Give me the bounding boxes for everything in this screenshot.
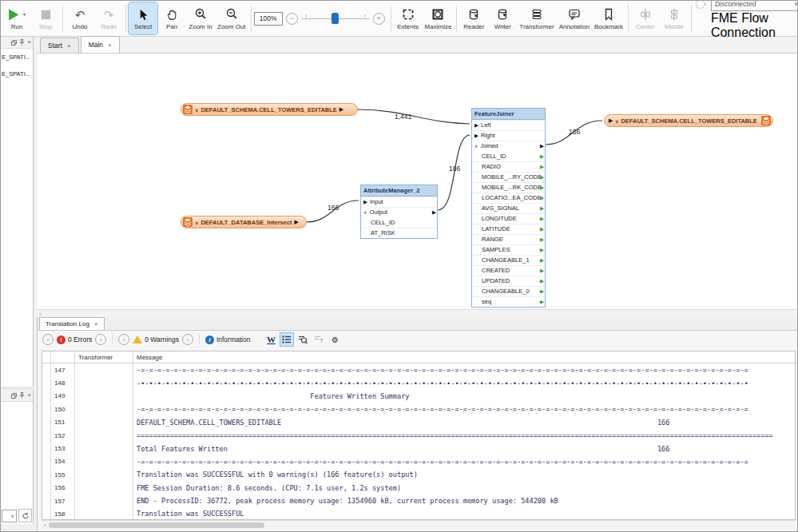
zoom-in-button[interactable]: Zoom In [186,2,215,34]
refresh-button[interactable] [18,509,32,522]
prev-warning-button[interactable]: ‹ [118,334,129,345]
float-panel-icon[interactable] [11,40,17,46]
information-badge[interactable]: i Information [205,335,251,344]
transformer-column-header[interactable]: Transformer [75,351,133,363]
log-row[interactable]: 155 Translation was SUCCESSFUL with 0 wa… [42,468,795,481]
node-title[interactable]: FeatureJoiner [472,109,545,120]
zoom-minus-button[interactable]: − [286,13,298,25]
select-tool-button[interactable]: Select [129,2,157,34]
scroll-left-arrow[interactable]: ‹ [42,522,49,529]
output-port-icon[interactable]: ▶ [540,141,544,151]
log-row[interactable]: 151 DEFAULT_SCHEMA.CELL_TOWERS_EDITABLE … [42,416,795,429]
run-button[interactable]: ▼ Run [2,2,31,34]
attribute-row[interactable]: RADIO ▶ [472,161,545,172]
tab-main[interactable]: Main × [81,36,120,53]
reader-node-database-intersect[interactable]: ∨ DEFAULT_DATABASE_Intersect ▶ [181,216,307,228]
attribute-row[interactable]: LONGITUDE ▶ [472,213,545,224]
pin-panel-icon[interactable] [19,392,25,399]
attribute-port-icon[interactable]: ▶ [540,162,544,172]
log-row[interactable]: 154 -=-=-=-=-=-=-=-=-=-=-=-=-=-=-=-=-=-=… [42,455,795,468]
zoom-out-button[interactable]: Zoom Out [215,2,248,34]
log-row[interactable]: 156 FME Session Duration: 8.6 seconds. (… [42,482,795,494]
log-row[interactable]: 152 ====================================… [42,429,795,442]
attribute-row[interactable]: AVG_SIGNAL ▶ [472,203,545,213]
log-view-button[interactable] [280,333,293,346]
extents-button[interactable]: Extents [394,2,423,34]
output-port-row[interactable]: ∧ Output ▶ [361,207,437,217]
attribute-port-icon[interactable]: ▶ [540,276,544,286]
collapse-caret-icon[interactable]: ∧ [363,208,367,217]
input-port-icon[interactable]: ▶ [609,117,613,124]
attribute-row[interactable]: MOBILE_...RY_CODE ▶ [472,172,545,182]
log-row[interactable]: 150 -=-=-=-=-=-=-=-=-=-=-=-=-=-=-=-=-=-=… [42,403,795,415]
node-title[interactable]: AttributeManager_2 [361,185,437,197]
next-error-button[interactable]: › [95,334,106,345]
input-port-icon[interactable]: ▶ [474,131,478,141]
collapse-caret-icon[interactable]: ∨ [195,220,198,225]
attribute-port-icon[interactable]: ▶ [540,204,544,213]
add-annotation-button[interactable]: Annotation [557,2,592,34]
attribute-port-icon[interactable]: ▶ [540,183,544,193]
pan-tool-button[interactable]: Pan [157,2,186,34]
zoom-slider[interactable] [301,12,370,25]
attribute-row[interactable]: SAMPLES ▶ [472,244,545,255]
tab-close-icon[interactable]: × [94,320,98,328]
attribute-row[interactable]: CELL_ID ▶ [472,151,545,161]
run-dropdown-caret[interactable]: ▼ [22,12,26,17]
zoom-slider-handle[interactable] [332,13,339,24]
attribute-port-icon[interactable]: ▶ [540,245,544,255]
attribute-port-icon[interactable]: ▶ [540,224,544,234]
log-row[interactable]: 148 -•-•-•-•-•-•-•-•-•-•-•-•-•-•-•-•-•-•… [42,376,795,389]
log-row[interactable]: 147 -=-=-=-=-=-=-=-=-=-=-=-=-=-=-=-=-=-=… [42,363,795,376]
attribute-row[interactable]: CHANGEABLE_1 ▶ [472,255,545,265]
collapse-caret-icon[interactable]: ∧ [474,141,478,151]
attribute-row[interactable]: LATITUDE ▶ [472,224,545,234]
float-panel-icon[interactable] [11,393,17,399]
attribute-port-icon[interactable]: ▶ [540,173,544,182]
attribute-port-icon[interactable]: ▶ [540,214,544,224]
collapse-caret-icon[interactable]: ∨ [195,107,198,113]
word-wrap-button[interactable]: W [264,333,277,346]
workflow-canvas[interactable]: 1,441 166 166 166 ∨ DEFAULT_SCHEMA.CELL_… [37,54,798,309]
attribute-port-icon[interactable]: ▶ [540,266,544,276]
attribute-row[interactable]: CELL_ID [361,217,437,228]
attribute-port-icon[interactable]: ▶ [540,235,544,244]
navigator-item[interactable]: E_SPATI... [1,49,33,66]
reader-node-cell-towers[interactable]: ∨ DEFAULT_SCHEMA.CELL_TOWERS_EDITABLE ▶ [181,103,358,116]
add-transformer-button[interactable]: Transformer [517,2,556,34]
log-row[interactable]: 149 Features Written Summary [42,390,795,403]
attribute-row[interactable]: UPDATED ▶ [472,276,545,286]
attribute-manager-node[interactable]: AttributeManager_2 ▶ Input ∧ Output ▶ CE… [360,185,438,239]
log-table[interactable]: Transformer Message 147 -=-=-=-=-=-=-=-=… [42,351,796,520]
log-hscrollbar[interactable]: ‹ [42,520,796,529]
feature-joiner-node[interactable]: FeatureJoiner ▶ Left ▶ Right ∧ Joined ▶ … [471,108,546,308]
tab-close-icon[interactable]: × [108,42,112,49]
writer-node-cell-towers[interactable]: ▶ ∨ DEFAULT_SCHEMA.CELL_TOWERS_EDITABLE [604,114,773,127]
attribute-row[interactable]: CHANGEABLE_0 ▶ [472,286,545,296]
maximize-button[interactable]: Maximize [423,2,455,34]
output-port-icon[interactable]: ▶ [432,208,436,217]
navigator-item[interactable]: E_SPATI... [1,66,33,82]
close-panel-icon[interactable]: × [27,39,31,46]
attribute-port-icon[interactable]: ▶ [540,297,544,307]
input-port-icon[interactable]: ▶ [474,121,478,130]
log-row[interactable]: 158 Translation was SUCCESSFUL [42,507,795,520]
attribute-port-icon[interactable]: ▶ [540,287,544,296]
scrollbar-thumb[interactable] [49,522,264,528]
close-panel-icon[interactable]: × [27,392,31,399]
output-port-icon[interactable]: ▶ [339,106,343,113]
attribute-row[interactable]: LOCATIO...EA_CODE ▶ [472,193,545,203]
attribute-port-icon[interactable]: ▶ [540,256,544,265]
next-warning-button[interactable]: › [182,334,193,345]
attribute-row[interactable]: RANGE ▶ [472,234,545,244]
input-port-row[interactable]: ▶ Left [472,120,545,130]
input-port-row[interactable]: ▶ Right [472,130,545,141]
attribute-row[interactable]: seq ▶ [472,296,545,307]
log-row[interactable]: 157 END - ProcessID: 36772, peak process… [42,494,795,507]
panel-combo[interactable]: ∨ [2,510,17,522]
log-row[interactable]: 153 Total Features Written 166 [42,442,795,455]
output-port-icon[interactable]: ▶ [295,219,299,225]
pin-panel-icon[interactable] [19,39,25,46]
search-log-button[interactable] [296,333,309,346]
zoom-level-input[interactable]: 100% [254,12,283,26]
